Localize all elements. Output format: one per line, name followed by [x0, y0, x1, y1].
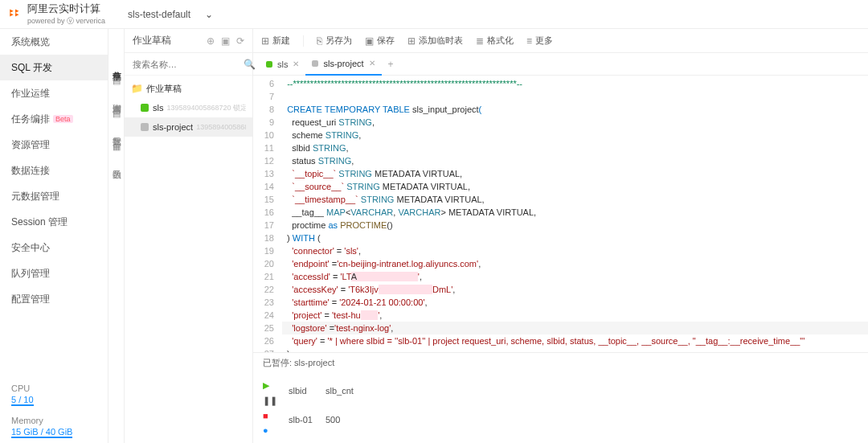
close-icon[interactable]: ✕ [369, 59, 375, 68]
info-icon[interactable]: ● [263, 425, 277, 435]
sidebar-item[interactable]: 元数据管理 [0, 183, 108, 209]
sidebar-item[interactable]: Session 管理 [0, 209, 108, 235]
tree-title: 作业草稿 [133, 34, 200, 47]
sidebar-item[interactable]: 作业运维 [0, 80, 108, 106]
sidebar: 系统概览SQL 开发作业运维任务编排Beta资源管理数据连接元数据管理Sessi… [0, 29, 108, 443]
result-table: slbidslb_cnt slb-01500 [287, 375, 366, 435]
sidebar-item[interactable]: SQL 开发 [0, 55, 108, 80]
save-icon: ▣ [365, 35, 374, 47]
run-status: 已暂停: sls-project [253, 353, 868, 372]
sidebar-item[interactable]: 数据连接 [0, 158, 108, 183]
save-button[interactable]: ▣保存 [365, 35, 395, 47]
file-tree: 作业草稿 ⊕ ▣ ⟳ 🔍 📁作业草稿 sls1395894005868720 锁… [125, 29, 253, 443]
rail-drafts[interactable]: 作业草稿 [108, 58, 125, 71]
brand-title: 阿里云实时计算 [27, 2, 105, 16]
chevron-down-icon: ⌄ [205, 9, 213, 20]
refresh-icon[interactable]: ⟳ [236, 35, 244, 47]
temp-table-button[interactable]: ⊞添加临时表 [407, 35, 463, 47]
toolbar: ⊞新建 ⎘另存为 ▣保存 ⊞添加临时表 ≣格式化 ≡更多 [253, 29, 868, 53]
menu-icon: ≡ [526, 35, 532, 47]
flink-icon [8, 6, 23, 23]
vertical-rail: 作业草稿 ▤ 查询脚本 ▤ 元数据 ▦ 函数 [108, 29, 125, 443]
code-editor[interactable]: 6789101112131415161718192021222324252627… [253, 76, 868, 352]
table-icon: ⊞ [407, 35, 416, 47]
brand-sub: powered by ⓥ ververica [27, 16, 105, 27]
saveas-button[interactable]: ⎘另存为 [317, 35, 352, 47]
sidebar-item[interactable]: 安全中心 [0, 235, 108, 260]
file-icon [141, 104, 149, 112]
new-folder-icon[interactable]: ▣ [221, 35, 230, 47]
tree-file[interactable]: sls1395894005868720 锁定于 0 [125, 98, 252, 117]
tab[interactable]: sls✕ [260, 53, 305, 76]
divider-icon: ▦ [108, 137, 124, 157]
workspace-selector[interactable]: sls-test-default ⌄ [128, 9, 213, 20]
more-button[interactable]: ≡更多 [526, 35, 553, 47]
file-icon [141, 123, 149, 131]
tab-bar: sls✕sls-project✕+ [253, 53, 868, 76]
memory-stat: Memory15 GiB / 40 GiB [0, 411, 108, 443]
sidebar-item[interactable]: 任务编排Beta [0, 106, 108, 132]
sidebar-item[interactable]: 队列管理 [0, 260, 108, 286]
sidebar-item[interactable]: 资源管理 [0, 132, 108, 158]
plus-icon: ⊞ [261, 35, 269, 47]
cpu-stat: CPU5 / 10 [0, 379, 108, 411]
tab[interactable]: sls-project✕ [305, 53, 381, 76]
sidebar-item[interactable]: 配置管理 [0, 286, 108, 312]
new-tab-button[interactable]: + [382, 59, 400, 70]
stop-icon[interactable]: ■ [263, 411, 277, 420]
sidebar-item[interactable]: 系统概览 [0, 29, 108, 55]
play-icon[interactable]: ▶ [263, 380, 277, 391]
folder-icon: 📁 [131, 83, 143, 94]
search-input[interactable] [133, 59, 244, 69]
rail-scripts[interactable]: 查询脚本 [108, 91, 125, 104]
locate-icon[interactable]: ⊕ [207, 35, 215, 47]
tree-file[interactable]: sls-project1395894005868720 [125, 117, 252, 137]
pause-icon[interactable]: ❚❚ [263, 396, 277, 406]
rail-functions[interactable]: 函数 [108, 157, 125, 170]
close-icon[interactable]: ✕ [293, 59, 299, 68]
table-row: slb-01500 [289, 406, 365, 433]
format-button[interactable]: ≣格式化 [476, 35, 514, 47]
status-dot-icon [266, 61, 272, 68]
status-dot-icon [312, 60, 318, 67]
format-icon: ≣ [476, 35, 484, 47]
saveas-icon: ⎘ [317, 35, 322, 47]
rail-metadata[interactable]: 元数据 [108, 124, 125, 137]
divider-icon: ▤ [108, 104, 124, 124]
tree-folder[interactable]: 📁作业草稿 [125, 79, 252, 98]
divider-icon: ▤ [108, 71, 124, 91]
workspace-name: sls-test-default [128, 9, 190, 20]
brand: 阿里云实时计算powered by ⓥ ververica [8, 2, 105, 27]
new-button[interactable]: ⊞新建 [261, 35, 290, 47]
